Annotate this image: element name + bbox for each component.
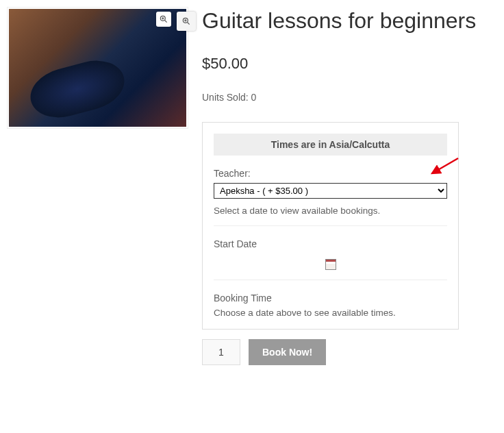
annotation-arrow-icon	[425, 157, 459, 177]
calendar-icon[interactable]	[214, 259, 447, 270]
teacher-select[interactable]: Apeksha - ( + $35.00 )	[214, 183, 447, 199]
svg-line-5	[188, 23, 190, 25]
zoom-icon[interactable]	[156, 12, 171, 27]
teacher-label: Teacher:	[214, 168, 447, 179]
page-title: Guitar lessons for beginners	[202, 7, 497, 34]
timezone-notice: Times are in Asia/Calcutta	[214, 134, 447, 156]
svg-line-8	[432, 158, 458, 173]
start-date-label: Start Date	[214, 238, 447, 249]
product-price: $50.00	[202, 55, 497, 73]
booking-time-label: Booking Time	[214, 293, 447, 304]
booking-time-hint: Choose a date above to see available tim…	[214, 308, 447, 318]
zoom-icon-large[interactable]	[177, 12, 196, 31]
svg-line-1	[165, 21, 167, 23]
book-now-button[interactable]: Book Now!	[249, 339, 326, 365]
units-sold: Units Sold: 0	[202, 92, 497, 103]
product-image[interactable]	[7, 7, 188, 129]
quantity-input[interactable]	[202, 339, 240, 365]
date-hint: Select a date to view available bookings…	[214, 206, 447, 226]
booking-form: Times are in Asia/Calcutta Teacher: Apek…	[202, 122, 459, 330]
